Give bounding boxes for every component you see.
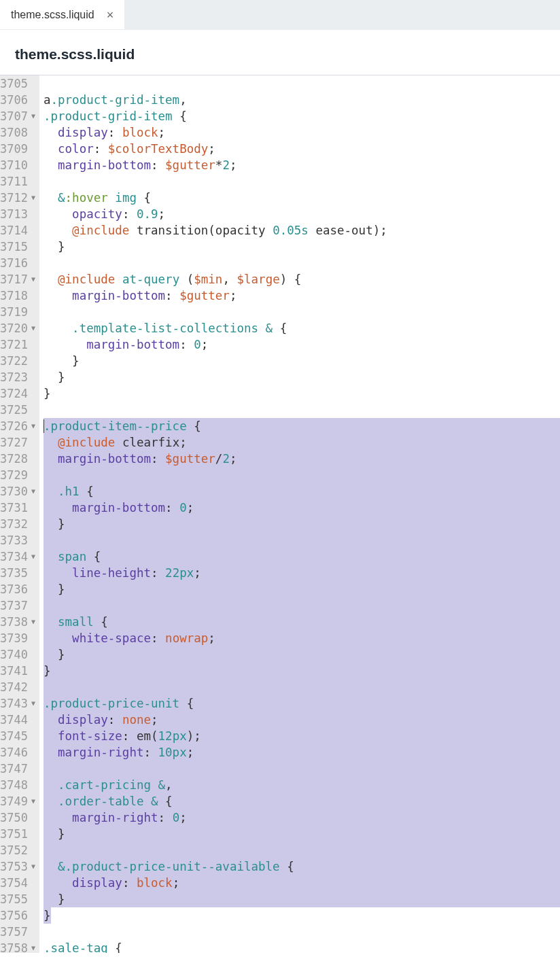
fold-toggle-icon[interactable]: ▼ (29, 108, 38, 124)
gutter-line: 3757 (0, 924, 39, 940)
code-line[interactable] (43, 75, 560, 92)
gutter-line: 3710 (0, 157, 39, 173)
code-line[interactable]: font-size: em(12px); (43, 728, 560, 744)
code-line[interactable]: opacity: 0.9; (43, 206, 560, 222)
code-line[interactable] (43, 761, 560, 777)
fold-toggle-icon[interactable]: ▼ (29, 858, 38, 875)
code-line[interactable]: display: block; (43, 124, 560, 141)
code-line[interactable]: margin-bottom: 0; (43, 336, 560, 353)
gutter-line: 3713 (0, 206, 39, 222)
fold-toggle-icon[interactable]: ▼ (29, 940, 38, 956)
tab-active[interactable]: theme.scss.liquid × (0, 0, 124, 29)
gutter-line: 3716 (0, 255, 39, 271)
gutter-line: 3726▼ (0, 418, 39, 434)
code-line[interactable]: } (43, 891, 560, 907)
code-line[interactable]: @include at-query ($min, $large) { (43, 271, 560, 287)
code-line[interactable]: @include transition(opacity 0.05s ease-o… (43, 222, 560, 239)
code-line[interactable]: margin-right: 10px; (43, 744, 560, 761)
code-line[interactable] (43, 924, 560, 940)
gutter-line: 3745 (0, 728, 39, 744)
gutter-line: 3737 (0, 597, 39, 614)
code-line[interactable]: margin-right: 0; (43, 809, 560, 826)
gutter-line: 3724 (0, 385, 39, 402)
code-line[interactable]: &:hover img { (43, 190, 560, 206)
code-line[interactable] (43, 842, 560, 858)
gutter-line: 3752 (0, 842, 39, 858)
code-line[interactable]: .product-price-unit { (43, 695, 560, 712)
fold-toggle-icon[interactable]: ▼ (29, 271, 38, 287)
code-line[interactable]: } (43, 385, 560, 402)
code-line[interactable]: a.product-grid-item, (43, 92, 560, 108)
code-line[interactable]: } (43, 646, 560, 663)
gutter-line: 3743▼ (0, 695, 39, 712)
code-area[interactable]: a.product-grid-item,.product-grid-item {… (39, 75, 560, 953)
fold-toggle-icon[interactable]: ▼ (29, 548, 38, 565)
gutter-line: 3730▼ (0, 483, 39, 500)
code-line[interactable] (43, 532, 560, 548)
gutter-line: 3709 (0, 141, 39, 157)
fold-toggle-icon[interactable]: ▼ (29, 614, 38, 630)
code-line[interactable]: } (43, 581, 560, 597)
code-line[interactable]: } (43, 826, 560, 842)
code-line[interactable]: } (43, 369, 560, 385)
gutter-line: 3715 (0, 239, 39, 255)
code-line[interactable] (43, 173, 560, 190)
fold-toggle-icon[interactable]: ▼ (29, 483, 38, 500)
gutter-line: 3723 (0, 369, 39, 385)
gutter-line: 3739 (0, 630, 39, 646)
code-line[interactable]: } (43, 907, 560, 924)
code-line[interactable]: display: none; (43, 712, 560, 728)
code-line[interactable]: .product-grid-item { (43, 108, 560, 124)
code-line[interactable]: line-height: 22px; (43, 565, 560, 581)
code-line[interactable]: } (43, 239, 560, 255)
gutter-line: 3748 (0, 777, 39, 793)
gutter-line: 3708 (0, 124, 39, 141)
gutter-line: 3706 (0, 92, 39, 108)
code-line[interactable] (43, 467, 560, 483)
code-line[interactable]: color: $colorTextBody; (43, 141, 560, 157)
code-line[interactable]: margin-bottom: $gutter*2; (43, 157, 560, 173)
fold-toggle-icon[interactable]: ▼ (29, 418, 38, 434)
fold-toggle-icon[interactable]: ▼ (29, 190, 38, 206)
code-line[interactable] (43, 679, 560, 695)
code-line[interactable]: .product-item--price { (43, 418, 560, 434)
code-line[interactable]: margin-bottom: $gutter; (43, 287, 560, 304)
gutter-line: 3720▼ (0, 320, 39, 336)
code-line[interactable]: } (43, 516, 560, 532)
code-line[interactable]: .order-table & { (43, 793, 560, 809)
code-editor[interactable]: 3705 3706 3707▼3708 3709 3710 3711 3712▼… (0, 75, 560, 953)
code-line[interactable]: display: block; (43, 875, 560, 891)
code-line[interactable]: .template-list-collections & { (43, 320, 560, 336)
code-line[interactable]: &.product-price-unit--available { (43, 858, 560, 875)
code-line[interactable] (43, 597, 560, 614)
gutter-line: 3755 (0, 891, 39, 907)
gutter-line: 3719 (0, 304, 39, 320)
gutter-line: 3718 (0, 287, 39, 304)
code-line[interactable]: margin-bottom: $gutter/2; (43, 451, 560, 467)
code-line[interactable]: .sale-tag { (43, 940, 560, 953)
code-line[interactable] (43, 402, 560, 418)
fold-toggle-icon[interactable]: ▼ (29, 793, 38, 809)
code-line[interactable]: small { (43, 614, 560, 630)
code-line[interactable]: } (43, 353, 560, 369)
gutter-line: 3722 (0, 353, 39, 369)
close-icon[interactable]: × (107, 9, 114, 21)
fold-toggle-icon[interactable]: ▼ (29, 320, 38, 336)
gutter-line: 3754 (0, 875, 39, 891)
fold-toggle-icon[interactable]: ▼ (29, 695, 38, 712)
gutter-line: 3744 (0, 712, 39, 728)
code-line[interactable]: margin-bottom: 0; (43, 500, 560, 516)
code-line[interactable]: white-space: nowrap; (43, 630, 560, 646)
gutter-line: 3712▼ (0, 190, 39, 206)
code-line[interactable]: span { (43, 548, 560, 565)
code-line[interactable]: .cart-pricing &, (43, 777, 560, 793)
gutter-line: 3705 (0, 75, 39, 92)
gutter-line: 3732 (0, 516, 39, 532)
code-line[interactable]: .h1 { (43, 483, 560, 500)
code-line[interactable]: @include clearfix; (43, 434, 560, 451)
line-gutter: 3705 3706 3707▼3708 3709 3710 3711 3712▼… (0, 75, 39, 953)
code-line[interactable] (43, 304, 560, 320)
code-line[interactable] (43, 255, 560, 271)
code-line[interactable]: } (43, 663, 560, 679)
gutter-line: 3734▼ (0, 548, 39, 565)
